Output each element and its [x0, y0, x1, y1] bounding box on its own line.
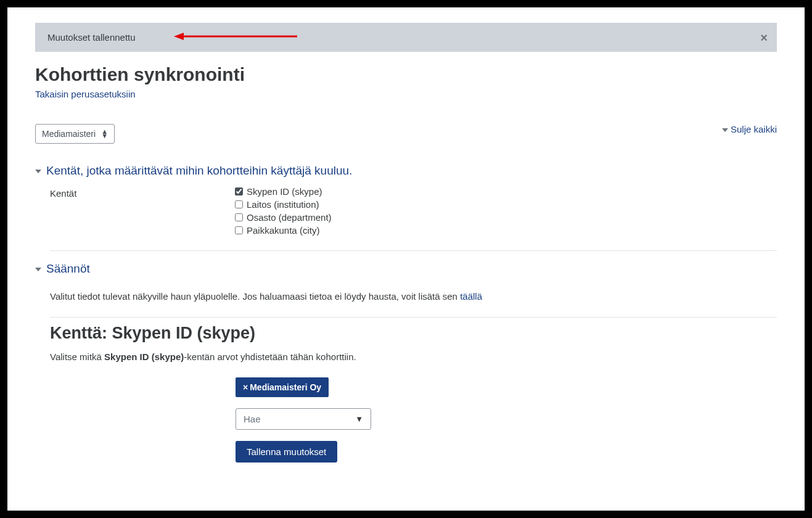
- section-rules-title: Säännöt: [46, 262, 90, 275]
- checkbox-label: Laitos (institution): [247, 199, 319, 210]
- field-title: Kenttä: Skypen ID (skype): [50, 324, 777, 343]
- chevron-down-icon: [722, 128, 728, 132]
- checkbox-option: Osasto (department): [235, 212, 777, 223]
- fields-checkbox-list: Skypen ID (skype)Laitos (institution)Osa…: [235, 186, 777, 238]
- separator: [50, 317, 777, 318]
- checkbox-option: Paikkakunta (city): [235, 225, 777, 236]
- field-description: Valitse mitkä Skypen ID (skype)-kentän a…: [50, 352, 777, 362]
- field-desc-bold: Skypen ID (skype): [104, 352, 184, 362]
- field-checkbox[interactable]: [235, 187, 243, 195]
- annotation-arrow: [174, 31, 297, 41]
- save-button[interactable]: Tallenna muutokset: [236, 441, 337, 462]
- chevron-down-icon: [35, 268, 41, 271]
- triangle-down-icon: ▼: [355, 414, 363, 424]
- separator: [50, 250, 777, 251]
- rules-info-link[interactable]: täällä: [460, 291, 482, 302]
- checkbox-option: Laitos (institution): [235, 199, 777, 210]
- alert-message: Muutokset tallennettu: [47, 32, 136, 43]
- svg-marker-1: [174, 33, 184, 40]
- section-rules-header[interactable]: Säännöt: [35, 262, 777, 276]
- selected-value-tag[interactable]: ×Mediamaisteri Oy: [236, 377, 329, 397]
- checkbox-label: Skypen ID (skype): [247, 186, 322, 197]
- checkbox-label: Paikkakunta (city): [247, 225, 319, 236]
- page-container: Muutokset tallennettu × Kohorttien synkr…: [7, 7, 805, 511]
- collapse-all-label: Sulje kaikki: [731, 124, 777, 134]
- category-select[interactable]: Mediamaisteri ▲▼: [35, 124, 115, 144]
- alert-close-button[interactable]: ×: [760, 31, 768, 44]
- rules-info-prefix: Valitut tiedot tulevat näkyville haun yl…: [50, 291, 460, 302]
- tag-area: ×Mediamaisteri Oy Hae ▼ Tallenna muutoks…: [236, 377, 777, 462]
- checkbox-label: Osasto (department): [247, 212, 332, 223]
- rules-info-text: Valitut tiedot tulevat näkyville haun yl…: [50, 291, 777, 302]
- field-checkbox[interactable]: [235, 213, 243, 221]
- field-desc-prefix: Valitse mitkä: [50, 352, 104, 362]
- tag-label: Mediamaisteri Oy: [250, 382, 321, 392]
- page-title: Kohorttien synkronointi: [35, 64, 777, 85]
- section-fields-header[interactable]: Kentät, jotka määrittävät mihin kohortte…: [35, 164, 777, 178]
- search-placeholder: Hae: [244, 414, 261, 424]
- fields-row: Kentät Skypen ID (skype)Laitos (institut…: [50, 186, 777, 238]
- search-select[interactable]: Hae ▼: [236, 408, 371, 430]
- field-desc-suffix: -kentän arvot yhdistetään tähän kohortti…: [184, 352, 356, 362]
- collapse-all-link[interactable]: Sulje kaikki: [722, 124, 777, 134]
- checkbox-option: Skypen ID (skype): [235, 186, 777, 197]
- tag-remove-icon: ×: [243, 382, 248, 392]
- field-checkbox[interactable]: [235, 226, 243, 234]
- select-updown-icon: ▲▼: [101, 130, 108, 138]
- back-link[interactable]: Takaisin perusasetuksiin: [35, 89, 136, 99]
- chevron-down-icon: [35, 170, 41, 173]
- field-checkbox[interactable]: [235, 200, 243, 208]
- section-fields-title: Kentät, jotka määrittävät mihin kohortte…: [46, 164, 352, 177]
- alert-success: Muutokset tallennettu ×: [35, 23, 777, 52]
- fields-label: Kentät: [50, 186, 235, 238]
- category-select-value: Mediamaisteri: [42, 129, 96, 139]
